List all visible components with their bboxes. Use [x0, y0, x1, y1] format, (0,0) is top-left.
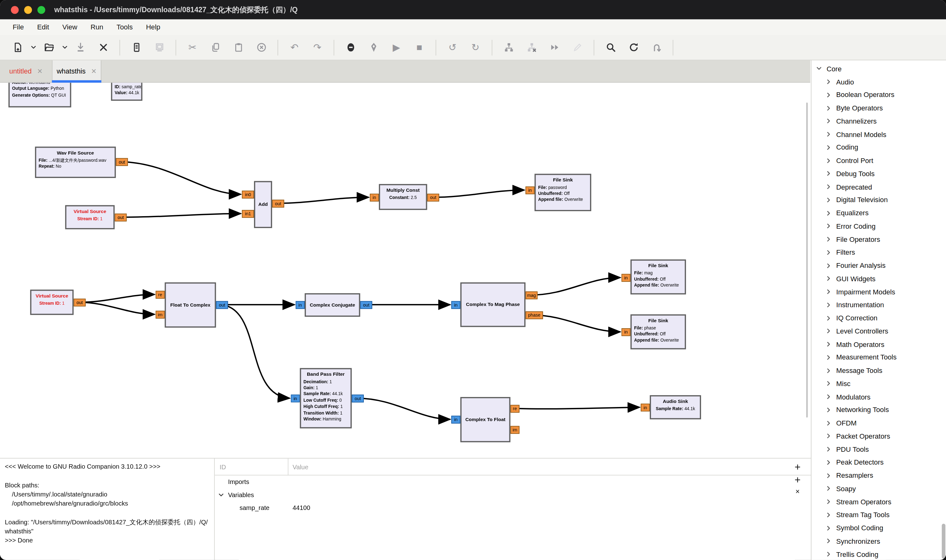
multiply-const-port-out[interactable]: out: [427, 193, 439, 201]
sidebar-category[interactable]: Boolean Operators: [812, 89, 946, 102]
sidebar-category[interactable]: Stream Operators: [812, 495, 946, 508]
variable-row-Variables[interactable]: Variables: [215, 488, 811, 501]
new-flowgraph-dropdown[interactable]: [29, 39, 37, 55]
add-port-out[interactable]: out: [272, 199, 285, 207]
sidebar-category[interactable]: Debug Tools: [812, 167, 946, 180]
sidebar-category[interactable]: Trellis Coding: [812, 548, 946, 560]
sidebar-category[interactable]: File Operators: [812, 233, 946, 246]
sidebar-category[interactable]: Resamplers: [812, 469, 946, 482]
band-pass-filter-block[interactable]: Band Pass FilterDecimation: 1Gain: 1Samp…: [300, 368, 352, 428]
float-to-complex-port-im[interactable]: im: [156, 310, 165, 318]
snippets-button[interactable]: [570, 39, 585, 55]
canvas-scrollbar[interactable]: [806, 103, 808, 418]
redo-button[interactable]: ↷: [309, 39, 325, 55]
add-variable-button[interactable]: +: [791, 474, 804, 486]
sidebar-category[interactable]: Soapy: [812, 482, 946, 495]
sidebar-category[interactable]: Control Port: [812, 154, 946, 167]
audio-sink-block[interactable]: Audio SinkSample Rate: 44.1k: [650, 395, 701, 419]
virtual-source-1-block[interactable]: Virtual SourceStream ID: 1: [65, 205, 114, 229]
sidebar-category[interactable]: Filters: [812, 246, 946, 259]
close-icon[interactable]: ✕: [37, 67, 43, 75]
sidebar-category[interactable]: Fourier Analysis: [812, 259, 946, 272]
wav-file-source-block[interactable]: Wav File SourceFile: ...4/新建文件夹/password…: [35, 147, 116, 178]
complex-to-float-port-im[interactable]: im: [511, 426, 520, 434]
undo-button[interactable]: ↶: [286, 39, 302, 55]
screen-capture-button[interactable]: [151, 39, 167, 55]
cut-button[interactable]: ✂: [185, 39, 200, 55]
sidebar-category[interactable]: Channelizers: [812, 114, 946, 128]
complex-to-mag-phase-block[interactable]: Complex To Mag Phase: [460, 283, 525, 327]
add-import-button[interactable]: +: [791, 461, 804, 474]
flowgraph-properties-button[interactable]: [366, 39, 381, 55]
menu-item[interactable]: Run: [84, 19, 110, 35]
reload-blocks-button[interactable]: [626, 39, 641, 55]
sidebar-category[interactable]: Instrumentation: [812, 298, 946, 312]
select-port-button[interactable]: [649, 39, 664, 55]
sidebar-category[interactable]: Networking Tools: [812, 403, 946, 416]
sidebar-category[interactable]: Symbol Coding: [812, 522, 946, 535]
generate-flowgraph-button[interactable]: [129, 39, 144, 55]
float-to-complex-port-out[interactable]: out: [216, 301, 228, 308]
sidebar-category[interactable]: Peak Detectors: [812, 456, 946, 469]
sidebar-category[interactable]: Math Operators: [812, 338, 946, 351]
rotate-ccw-button[interactable]: ↺: [445, 39, 460, 55]
complex-to-mag-phase-port-in[interactable]: in: [451, 301, 460, 308]
sidebar-category[interactable]: GUI Widgets: [812, 272, 946, 285]
variable-row-samp_rate[interactable]: samp_rate44100: [215, 502, 811, 514]
sidebar-category[interactable]: Misc: [812, 377, 946, 390]
close-tab-button[interactable]: [95, 39, 111, 55]
tab-untitled[interactable]: untitled ✕: [0, 60, 52, 82]
band-pass-filter-port-in[interactable]: in: [291, 394, 300, 402]
create-hier-block-button[interactable]: [501, 39, 517, 55]
complex-conjugate-block[interactable]: Complex Conjugate: [305, 293, 360, 317]
virtual-source-1-port-out[interactable]: out: [114, 213, 127, 221]
sidebar-category[interactable]: Equalizers: [812, 206, 946, 220]
tab-whatsthis[interactable]: whatsthis ✕: [52, 60, 102, 82]
save-flowgraph-button[interactable]: [72, 39, 88, 55]
sidebar-category[interactable]: OFDM: [812, 416, 946, 429]
view-errors-button[interactable]: [343, 39, 358, 55]
add-block[interactable]: Add: [254, 181, 272, 228]
file-sink-password-port-in[interactable]: in: [526, 186, 535, 194]
sidebar-category[interactable]: Measurement Tools: [812, 351, 946, 364]
file-sink-phase-port-in[interactable]: in: [621, 328, 631, 336]
sidebar-category[interactable]: Digital Television: [812, 193, 946, 206]
sidebar-category[interactable]: Modulators: [812, 390, 946, 403]
paste-button[interactable]: [231, 39, 246, 55]
open-flowgraph-dropdown[interactable]: [61, 39, 68, 55]
audio-sink-port-in[interactable]: in: [641, 403, 650, 411]
delete-button[interactable]: [254, 39, 269, 55]
menu-item[interactable]: Edit: [30, 19, 56, 35]
find-block-button[interactable]: [603, 39, 618, 55]
sidebar-category[interactable]: Level Controllers: [812, 325, 946, 338]
run-flowgraph-button[interactable]: ▶: [389, 39, 404, 55]
menu-item[interactable]: Tools: [110, 19, 139, 35]
sidebar-category[interactable]: Message Tools: [812, 364, 946, 377]
stop-flowgraph-button[interactable]: ■: [411, 39, 427, 55]
new-flowgraph-button[interactable]: [10, 39, 25, 55]
zoom-window-button[interactable]: [37, 6, 45, 14]
file-sink-password-block[interactable]: File SinkFile: passwordUnbuffered: OffAp…: [535, 174, 591, 211]
wav-file-source-port-out[interactable]: out: [116, 158, 128, 166]
complex-to-mag-phase-port-mag[interactable]: mag: [526, 291, 538, 299]
minimize-window-button[interactable]: [24, 6, 32, 14]
sidebar-category[interactable]: PDU Tools: [812, 443, 946, 456]
copy-button[interactable]: [208, 39, 223, 55]
complex-to-float-port-re[interactable]: re: [511, 405, 520, 412]
complex-to-float-block[interactable]: Complex To Float: [460, 397, 510, 442]
sidebar-category[interactable]: Deprecated: [812, 180, 946, 193]
float-to-complex-block[interactable]: Float To Complex: [165, 283, 216, 328]
sidebar-category[interactable]: Byte Operators: [812, 102, 946, 114]
sidebar-category[interactable]: Audio: [812, 75, 946, 89]
complex-to-mag-phase-port-phase[interactable]: phase: [526, 311, 543, 319]
chevron-down-icon[interactable]: [218, 491, 224, 498]
complex-to-float-port-in[interactable]: in: [451, 415, 460, 423]
variable-block[interactable]: ID: samp_rateValue: 44.1k: [111, 83, 142, 101]
virtual-source-2-block[interactable]: Virtual SourceStream ID: 1: [30, 290, 74, 315]
remove-variable-button[interactable]: ×: [791, 486, 804, 498]
virtual-source-2-port-out[interactable]: out: [74, 298, 86, 306]
sidebar-category[interactable]: Stream Tag Tools: [812, 508, 946, 522]
sidebar-item-core[interactable]: Core: [812, 62, 946, 75]
file-sink-mag-port-in[interactable]: in: [621, 274, 631, 282]
menu-item[interactable]: View: [56, 19, 84, 35]
